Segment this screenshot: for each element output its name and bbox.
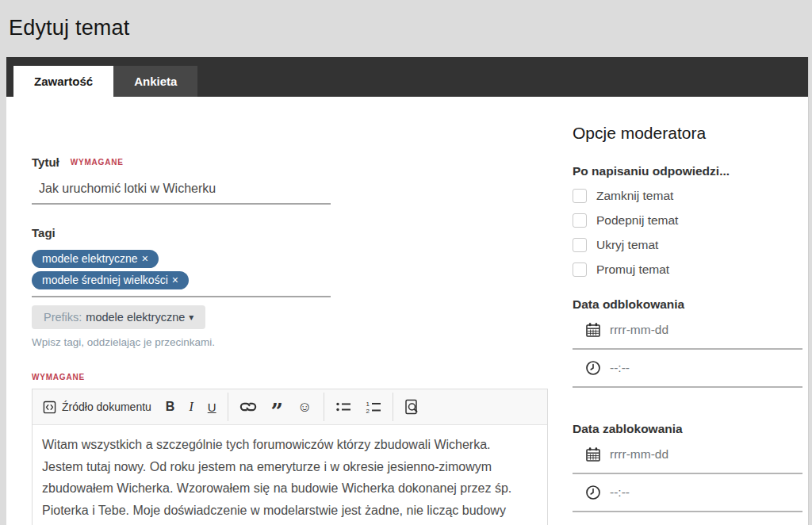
lock-date-input[interactable]: rrrr-mm-dd — [573, 436, 802, 474]
checkbox-label: Promuj temat — [596, 262, 669, 277]
main-panel: Zawartość Ankieta Tytuł WYMAGANE Tagi mo… — [6, 57, 809, 525]
checkbox-label: Zamknij temat — [596, 189, 673, 203]
emoticon-button[interactable]: ☺ — [290, 393, 319, 421]
bullet-list-icon — [335, 400, 351, 414]
editor-toolbar: Źródło dokumentu B I U ” ☺ — [33, 389, 547, 425]
source-button[interactable]: Źródło dokumentu — [36, 393, 159, 421]
checkbox-row-hide-topic[interactable]: Ukryj temat — [573, 238, 802, 252]
calendar-icon — [585, 322, 601, 338]
preview-icon — [404, 399, 419, 415]
underline-button[interactable]: U — [201, 393, 224, 421]
source-code-icon — [43, 400, 56, 414]
toolbar-separator — [324, 393, 324, 421]
prefix-value: modele elektryczne — [86, 311, 185, 324]
tag-list: modele elektryczne× modele średniej wiel… — [32, 250, 548, 289]
tab-bar: Zawartość Ankieta — [6, 57, 808, 97]
quote-button[interactable]: ” — [264, 393, 291, 421]
svg-text:2: 2 — [366, 408, 370, 415]
toolbar-separator — [228, 393, 228, 421]
bold-button[interactable]: B — [159, 393, 182, 421]
tags-label: Tagi — [32, 226, 56, 240]
checkbox-pin-topic[interactable] — [573, 213, 587, 228]
checkbox-close-topic[interactable] — [573, 189, 587, 203]
unlock-date-input[interactable]: rrrr-mm-dd — [573, 312, 802, 350]
title-label: Tytuł — [32, 155, 59, 169]
tag-remove-icon[interactable]: × — [172, 274, 178, 286]
editor-text-line: Jestem tutaj nowy. Od roku jestem na eme… — [42, 456, 538, 478]
rich-text-editor: Źródło dokumentu B I U ” ☺ — [32, 389, 548, 525]
tags-input-underline[interactable] — [32, 296, 331, 297]
time-placeholder: --:-- — [610, 361, 630, 375]
lock-time-input[interactable]: --:-- — [573, 474, 802, 512]
time-placeholder: --:-- — [610, 485, 630, 500]
checkbox-label: Podepnij temat — [596, 213, 678, 228]
tags-help-text: Wpisz tagi, oddzielając je przecinkami. — [32, 336, 548, 348]
numbered-list-icon: 12 — [366, 400, 381, 414]
title-required-badge: WYMAGANE — [71, 158, 124, 167]
editor-text-line: zbudowałem Wicherka. Wzorowałem się na b… — [42, 477, 538, 500]
toolbar-separator — [393, 393, 393, 421]
italic-button[interactable]: I — [182, 393, 200, 421]
preview-button[interactable] — [397, 393, 427, 421]
clock-icon — [585, 360, 601, 376]
content-required-badge: WYMAGANE — [32, 373, 548, 381]
checkbox-row-close-topic[interactable]: Zamknij temat — [573, 189, 802, 203]
unlock-date-heading: Data odblokowania — [573, 297, 802, 312]
editor-text-line: szybowca Jaskółka w szkole podstawowe w … — [42, 521, 538, 525]
after-reply-subheading: Po napisaniu odpowiedzi... — [573, 164, 802, 178]
unlock-time-input[interactable]: --:-- — [573, 350, 802, 388]
source-button-label: Źródło dokumentu — [62, 400, 151, 413]
tag-pill[interactable]: modele średniej wielkości× — [32, 271, 189, 289]
tag-pill[interactable]: modele elektryczne× — [32, 250, 159, 268]
editor-text-line: Witam wszystkich a szczególnie tych foru… — [42, 434, 538, 456]
moderator-options-panel: Opcje moderatora Po napisaniu odpowiedzi… — [573, 124, 802, 512]
checkbox-row-promote-topic[interactable]: Promuj temat — [573, 262, 802, 277]
tab-content[interactable]: Zawartość — [13, 66, 113, 97]
tag-label: modele średniej wielkości — [42, 274, 168, 286]
date-placeholder: rrrr-mm-dd — [610, 447, 668, 462]
date-placeholder: rrrr-mm-dd — [610, 323, 668, 337]
prefix-label: Prefiks: — [44, 311, 82, 324]
moderator-options-heading: Opcje moderatora — [573, 124, 802, 143]
page-title: Edytuj temat — [9, 16, 129, 40]
prefix-dropdown[interactable]: Prefiks: modele elektryczne ▾ — [32, 305, 205, 329]
link-button[interactable] — [232, 393, 264, 421]
tag-label: modele elektryczne — [42, 252, 138, 265]
numbered-list-button[interactable]: 12 — [358, 393, 389, 421]
editor-content[interactable]: Witam wszystkich a szczególnie tych foru… — [33, 425, 547, 525]
tab-poll[interactable]: Ankieta — [113, 66, 197, 97]
checkbox-promote-topic[interactable] — [573, 262, 587, 277]
tag-remove-icon[interactable]: × — [142, 252, 148, 265]
link-icon — [239, 400, 257, 413]
title-input[interactable] — [32, 177, 331, 205]
lock-date-heading: Data zablokowania — [573, 422, 802, 436]
checkbox-label: Ukryj temat — [596, 238, 658, 252]
checkbox-row-pin-topic[interactable]: Podepnij temat — [573, 213, 802, 228]
chevron-down-icon: ▾ — [189, 312, 193, 323]
editor-text-line: Pioterka i Tebe. Moje doświadczenie w mo… — [42, 500, 538, 522]
calendar-icon — [585, 446, 601, 462]
checkbox-hide-topic[interactable] — [573, 238, 587, 252]
clock-icon — [585, 485, 601, 500]
bullet-list-button[interactable] — [328, 393, 358, 421]
topic-form: Tytuł WYMAGANE Tagi modele elektryczne× … — [32, 155, 548, 525]
